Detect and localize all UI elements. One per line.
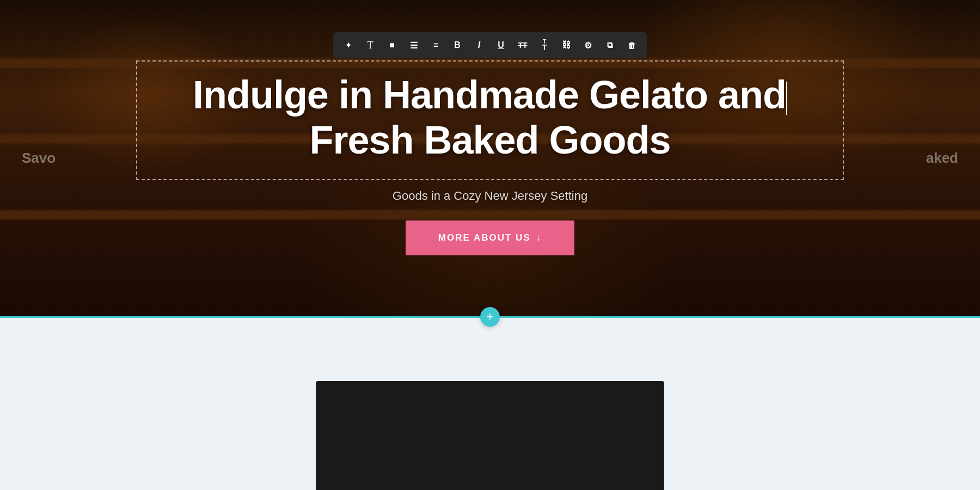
duplicate-icon: ⧉ xyxy=(607,40,613,50)
more-about-us-button[interactable]: MORE ABOUT US ↓ xyxy=(406,220,574,255)
toolbar-align-center-btn[interactable]: ☰ xyxy=(404,35,424,55)
toolbar-fontsize-btn[interactable]: T T xyxy=(535,35,554,55)
toolbar-text-btn[interactable]: T xyxy=(360,35,380,55)
hero-title: Indulge in Handmade Gelato and Fresh Bak… xyxy=(159,72,821,163)
toolbar-bold-btn[interactable]: B xyxy=(448,35,467,55)
gear-icon: ⚙ xyxy=(584,40,592,51)
hero-side-text-right: aked xyxy=(926,150,958,167)
link-icon: ⛓ xyxy=(562,40,571,50)
toolbar-link-btn[interactable]: ⛓ xyxy=(556,35,576,55)
text-formatting-toolbar: ✦ T ■ ☰ ≡ B xyxy=(333,32,647,58)
toolbar-move-btn[interactable]: ✦ xyxy=(339,35,358,55)
underline-icon: U xyxy=(498,40,504,50)
fontsize-icon: T T xyxy=(542,39,547,52)
hero-title-line2: Fresh Baked Goods xyxy=(309,118,670,162)
cta-button-label: MORE ABOUT US xyxy=(438,232,531,243)
move-icon: ✦ xyxy=(345,41,352,50)
add-section-button[interactable]: + xyxy=(480,307,500,327)
toolbar-align-left-btn[interactable]: ≡ xyxy=(426,35,445,55)
cta-arrow-icon: ↓ xyxy=(536,232,542,243)
hero-section: Savo aked ✦ T ■ ☰ xyxy=(0,0,980,316)
toolbar-strikethrough-btn[interactable]: TT xyxy=(513,35,532,55)
bottom-section xyxy=(0,318,980,490)
align-center-icon: ☰ xyxy=(410,40,418,51)
toolbar-duplicate-btn[interactable]: ⧉ xyxy=(600,35,620,55)
hero-content: ✦ T ■ ☰ ≡ B xyxy=(136,60,844,255)
hero-side-text-left: Savo xyxy=(22,150,56,167)
hero-title-line1: Indulge in Handmade Gelato and xyxy=(193,73,786,117)
align-left-icon: ≡ xyxy=(433,40,438,50)
text-cursor xyxy=(786,82,787,115)
toolbar-italic-btn[interactable]: I xyxy=(469,35,489,55)
text-icon: T xyxy=(367,40,373,51)
hero-subtitle: Goods in a Cozy New Jersey Setting xyxy=(136,189,844,203)
toolbar-delete-btn[interactable]: 🗑 xyxy=(622,35,641,55)
strikethrough-icon: TT xyxy=(518,41,527,50)
italic-icon: I xyxy=(478,40,480,50)
title-selection-box: ✦ T ■ ☰ ≡ B xyxy=(136,60,844,180)
toolbar-color-btn[interactable]: ■ xyxy=(382,35,402,55)
bold-icon: B xyxy=(454,40,461,50)
bottom-card xyxy=(316,381,664,490)
plus-icon: + xyxy=(487,310,494,324)
toolbar-underline-btn[interactable]: U xyxy=(491,35,511,55)
color-icon: ■ xyxy=(389,40,395,50)
trash-icon: 🗑 xyxy=(628,41,636,50)
toolbar-settings-btn[interactable]: ⚙ xyxy=(578,35,598,55)
